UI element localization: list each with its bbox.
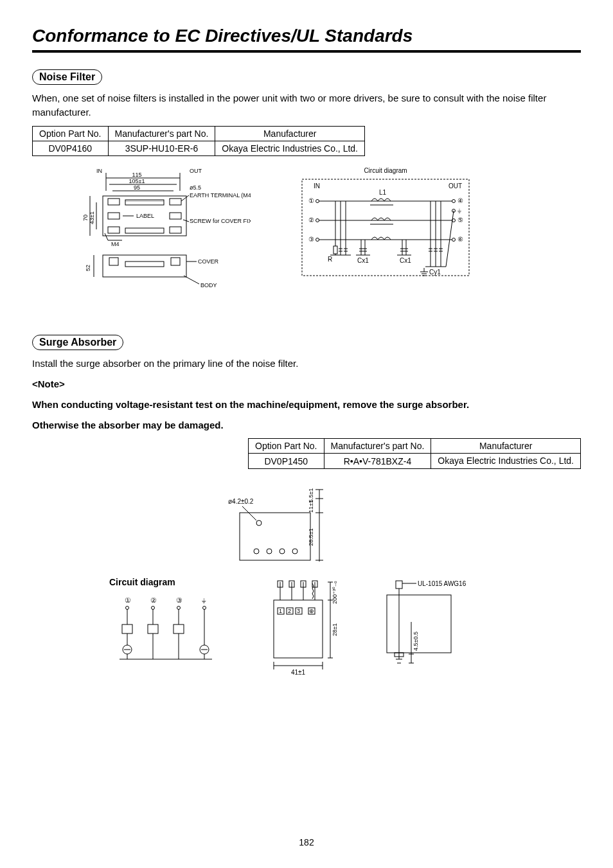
page-number: 182: [0, 837, 613, 847]
svg-line-40: [184, 276, 199, 284]
svg-point-64: [452, 200, 456, 203]
svg-rect-12: [170, 199, 181, 205]
svg-point-58: [316, 219, 319, 222]
surge-top-diagram: 5.5±1 11±1 28.5±1 ø4.2±0.2: [223, 484, 390, 568]
svg-point-116: [267, 549, 272, 554]
svg-text:IN: IN: [314, 182, 320, 190]
surge-absorber-section: Surge Absorber Install the surge absorbe…: [32, 330, 581, 686]
surge-wire-diagram: UL-1015 AWG16 4.5±0.5: [380, 577, 496, 680]
svg-text:COVER: COVER: [198, 258, 219, 265]
noise-filter-section: Noise Filter When, one set of noise filt…: [32, 64, 581, 306]
svg-rect-114: [240, 513, 310, 560]
svg-text:IN: IN: [96, 168, 102, 174]
svg-text:EARTH TERMINAL (M4): EARTH TERMINAL (M4): [190, 192, 251, 199]
svg-rect-35: [109, 258, 118, 265]
svg-point-57: [316, 200, 319, 203]
svg-rect-178: [396, 581, 402, 589]
svg-text:⊕: ⊕: [309, 608, 314, 614]
td-option2: DV0P1450: [249, 454, 324, 469]
svg-rect-37: [125, 261, 164, 267]
svg-text:115: 115: [132, 172, 141, 178]
svg-point-117: [280, 549, 285, 554]
svg-text:①: ①: [125, 596, 131, 604]
noise-filter-table: Option Part No. Manufacturer's part No. …: [32, 126, 365, 157]
th-option: Option Part No.: [33, 126, 109, 141]
td-mfrpart2: R•A•V-781BXZ-4: [324, 454, 431, 469]
td-mfr2: Okaya Electric Industries Co., Ltd.: [431, 454, 581, 469]
svg-text:③: ③: [176, 596, 182, 604]
svg-point-119: [256, 520, 262, 526]
svg-point-128: [177, 607, 181, 610]
noise-filter-badge: Noise Filter: [32, 69, 102, 85]
svg-text:200⁺³⁰₋₀: 200⁺³⁰₋₀: [332, 581, 338, 604]
svg-rect-134: [122, 624, 132, 633]
svg-text:①: ①: [308, 197, 314, 204]
svg-rect-135: [148, 624, 158, 633]
svg-text:28±1: 28±1: [332, 623, 338, 636]
surge-note1: When conducting voltage-resistant test o…: [32, 398, 581, 412]
svg-line-120: [242, 506, 256, 520]
svg-text:41±1: 41±1: [291, 669, 306, 676]
svg-text:Cx1: Cx1: [400, 257, 411, 264]
svg-text:4.5±0.5: 4.5±0.5: [413, 632, 419, 651]
svg-text:⑤: ⑤: [458, 217, 463, 224]
svg-rect-19: [125, 228, 164, 233]
svg-text:⏚: ⏚: [458, 207, 461, 214]
svg-text:95: 95: [134, 184, 140, 191]
svg-text:R: R: [328, 256, 332, 263]
svg-rect-16: [170, 227, 181, 233]
svg-rect-34: [103, 255, 186, 277]
svg-point-118: [292, 549, 298, 554]
svg-point-127: [152, 607, 155, 610]
svg-text:②: ②: [308, 217, 314, 224]
svg-text:②: ②: [150, 596, 157, 604]
th-mfrpart2: Manufacturer's part No.: [324, 439, 431, 454]
svg-text:⏚: ⏚: [202, 596, 206, 604]
page-title: Conformance to EC Directives/UL Standard…: [32, 26, 581, 53]
svg-text:52: 52: [85, 265, 91, 271]
svg-rect-13: [108, 213, 120, 219]
svg-rect-14: [170, 213, 181, 219]
td-option: DV0P4160: [33, 141, 109, 156]
surge-para1: Install the surge absorber on the primar…: [32, 357, 581, 371]
svg-rect-72: [333, 246, 337, 254]
noise-filter-para: When, one set of noise filters is instal…: [32, 91, 581, 120]
svg-line-33: [105, 233, 108, 240]
svg-rect-136: [173, 624, 184, 633]
svg-text:70: 70: [82, 215, 89, 221]
surge-circuit-diagram: ① ② ③ ⏚: [109, 595, 225, 666]
td-mfr: Okaya Electric Industries Co., Ltd.: [215, 141, 365, 156]
svg-point-59: [316, 238, 319, 242]
svg-text:ø5.5: ø5.5: [190, 184, 201, 191]
td-mfrpart: 3SUP-HU10-ER-6: [108, 141, 215, 156]
svg-text:1: 1: [279, 608, 282, 614]
svg-text:BODY: BODY: [200, 282, 217, 288]
svg-text:UL-1015 AWG16: UL-1015 AWG16: [418, 580, 466, 587]
surge-body-diagram: 200⁺³⁰₋₀ 1 2 3 ⊕ 28±1 41±1: [261, 577, 357, 686]
th-mfrpart: Manufacturer's part No.: [108, 126, 215, 141]
svg-text:③: ③: [308, 236, 314, 243]
svg-rect-36: [171, 258, 180, 265]
th-mfr2: Manufacturer: [431, 439, 581, 454]
svg-text:Cy1: Cy1: [429, 269, 441, 276]
surge-table: Option Part No. Manufacturer's part No. …: [248, 438, 581, 469]
svg-point-115: [254, 549, 259, 554]
noise-filter-circuit-diagram: Circuit diagram IN OUT L1: [289, 165, 482, 287]
svg-text:11±1: 11±1: [308, 500, 314, 513]
svg-rect-180: [387, 595, 451, 653]
svg-text:Cx1: Cx1: [357, 257, 369, 264]
svg-point-126: [126, 607, 129, 610]
surge-absorber-badge: Surge Absorber: [32, 335, 123, 350]
svg-text:M4: M4: [111, 241, 120, 247]
svg-text:⑥: ⑥: [458, 236, 463, 243]
svg-point-129: [203, 607, 206, 610]
svg-point-67: [452, 238, 456, 242]
svg-text:OUT: OUT: [449, 182, 462, 190]
svg-text:2: 2: [288, 608, 291, 614]
svg-rect-15: [108, 227, 120, 233]
svg-text:④: ④: [458, 197, 463, 204]
svg-text:ø4.2±0.2: ø4.2±0.2: [228, 498, 254, 505]
svg-text:105±1: 105±1: [129, 178, 145, 184]
svg-rect-17: [125, 200, 164, 205]
svg-text:28.5±1: 28.5±1: [308, 528, 314, 545]
